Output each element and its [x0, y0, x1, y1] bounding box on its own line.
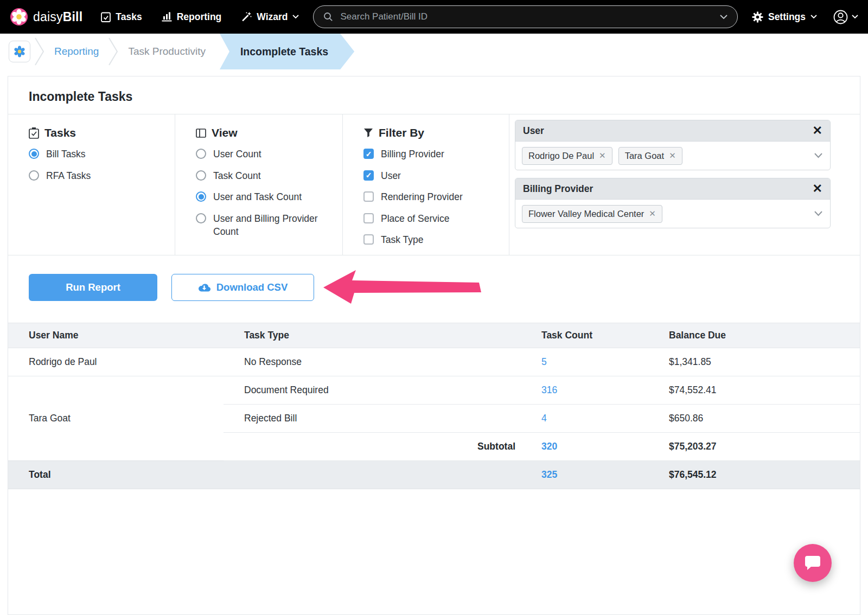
global-search[interactable]: [313, 5, 737, 28]
remove-tag-icon[interactable]: ✕: [649, 209, 656, 219]
columns-icon: [196, 129, 206, 138]
radio-icon: [196, 149, 206, 159]
clipboard-check-icon: [29, 127, 39, 139]
run-report-button[interactable]: Run Report: [29, 274, 157, 301]
checkbox-icon: [363, 170, 374, 181]
radio-user-count[interactable]: User Count: [196, 148, 323, 161]
radio-user-and-task-count[interactable]: User and Task Count: [196, 190, 323, 204]
checkbox-task-type[interactable]: Task Type: [363, 233, 491, 247]
billing-provider-filter-panel: Billing Provider ✕ Flower Valley Medical…: [515, 178, 831, 228]
cell-user-name: Tara Goat: [8, 376, 224, 460]
dropdown-chevron-icon[interactable]: [814, 211, 822, 216]
radio-user-and-billing-provider-count[interactable]: User and Billing Provider Count: [196, 212, 323, 239]
chevron-down-icon: [852, 15, 858, 19]
breadcrumb-reporting[interactable]: Reporting: [46, 46, 107, 57]
gear-icon: [752, 11, 763, 23]
main-content-card: Incomplete Tasks Tasks Bill Tasks: [8, 76, 860, 615]
checkbox-billing-provider[interactable]: Billing Provider: [363, 148, 491, 161]
filter-by-section-title: Filter By: [363, 126, 509, 139]
tasks-filter-column: Tasks Bill Tasks RFA Tasks: [8, 114, 175, 255]
filter-section: Tasks Bill Tasks RFA Tasks View: [8, 114, 860, 255]
checkbox-place-of-service[interactable]: Place of Service: [363, 212, 491, 226]
user-filter-panel: User ✕ Rodrigo De Paul ✕ Tara Goat ✕: [515, 120, 831, 170]
daisybill-mini-flower-icon: [13, 45, 26, 58]
breadcrumb-task-productivity[interactable]: Task Productivity: [119, 46, 214, 57]
table-row: Tara Goat Document Required 316 $74,552.…: [8, 376, 860, 404]
nav-menu: Tasks Reporting: [101, 11, 299, 23]
funnel-icon: [363, 128, 373, 138]
subtotal-label: Subtotal: [224, 432, 521, 460]
nav-account[interactable]: [833, 10, 858, 24]
breadcrumb-home[interactable]: [9, 41, 30, 62]
breadcrumb-separator-icon: [34, 37, 46, 66]
radio-bill-tasks[interactable]: Bill Tasks: [29, 148, 156, 161]
remove-user-filter-icon[interactable]: ✕: [813, 125, 822, 137]
table-header-row: User Name Task Type Task Count Balance D…: [8, 323, 860, 348]
clipboard-check-icon: [101, 11, 111, 22]
billing-provider-panel-title: Billing Provider: [523, 183, 593, 195]
daisybill-flower-icon: [10, 8, 28, 26]
remove-tag-icon[interactable]: ✕: [669, 151, 676, 161]
total-label: Total: [8, 460, 224, 489]
radio-icon: [196, 170, 206, 181]
nav-settings[interactable]: Settings: [752, 11, 817, 23]
subtotal-count-link[interactable]: 320: [541, 441, 557, 452]
col-header-task-count: Task Count: [521, 323, 648, 348]
cell-balance-due: $650.86: [648, 404, 860, 432]
task-count-link[interactable]: 316: [541, 385, 557, 395]
breadcrumb-separator-icon: [107, 37, 119, 66]
page-title: Incomplete Tasks: [8, 76, 860, 114]
radio-icon: [196, 191, 206, 202]
search-input[interactable]: [339, 11, 713, 23]
col-header-user-name: User Name: [8, 323, 224, 348]
download-csv-button[interactable]: Download CSV: [171, 274, 314, 301]
radio-rfa-tasks[interactable]: RFA Tasks: [29, 169, 156, 183]
total-row: Total 325 $76,545.12: [8, 460, 860, 489]
cell-task-type: No Response: [224, 348, 521, 376]
cell-task-type: Rejected Bill: [224, 404, 521, 432]
radio-icon: [29, 170, 39, 181]
checkbox-icon: [363, 191, 374, 202]
brand-name: daisyBill: [33, 10, 82, 24]
checkbox-rendering-provider[interactable]: Rendering Provider: [363, 190, 491, 204]
view-section-title: View: [196, 126, 342, 139]
radio-task-count[interactable]: Task Count: [196, 169, 323, 183]
total-count-link[interactable]: 325: [541, 469, 557, 480]
checkbox-icon: [363, 213, 374, 223]
dropdown-chevron-icon[interactable]: [814, 153, 822, 158]
user-tag: Rodrigo De Paul ✕: [522, 147, 612, 165]
tasks-section-title: Tasks: [29, 126, 175, 139]
checkbox-icon: [363, 149, 374, 159]
remove-tag-icon[interactable]: ✕: [599, 151, 606, 161]
billing-provider-select[interactable]: Flower Valley Medical Center ✕: [515, 200, 830, 228]
table-row: Rodrigo de Paul No Response 5 $1,341.85: [8, 348, 860, 376]
cell-user-name: Rodrigo de Paul: [8, 348, 224, 376]
chevron-down-icon: [810, 15, 817, 19]
search-icon: [323, 12, 333, 22]
radio-icon: [29, 149, 39, 159]
col-header-task-type: Task Type: [224, 323, 521, 348]
chevron-down-icon: [292, 15, 299, 19]
task-count-link[interactable]: 4: [541, 413, 547, 424]
billing-provider-tag: Flower Valley Medical Center ✕: [522, 205, 662, 223]
cell-task-type: Document Required: [224, 376, 521, 404]
actions-row: Run Report Download CSV: [8, 255, 860, 323]
filter-by-column: Filter By Billing Provider User Renderin…: [343, 114, 509, 255]
breadcrumb: Reporting Task Productivity Incomplete T…: [0, 34, 868, 69]
magic-wand-icon: [241, 11, 252, 22]
breadcrumb-incomplete-tasks[interactable]: Incomplete Tasks: [220, 34, 354, 69]
cell-balance-due: $1,341.85: [648, 348, 860, 376]
search-chevron-down-icon[interactable]: [720, 15, 727, 20]
nav-reporting[interactable]: Reporting: [162, 11, 222, 23]
chat-widget-button[interactable]: [794, 544, 832, 582]
nav-settings-label: Settings: [768, 11, 806, 23]
checkbox-user[interactable]: User: [363, 169, 491, 183]
user-filter-select[interactable]: Rodrigo De Paul ✕ Tara Goat ✕: [515, 142, 830, 170]
nav-tasks[interactable]: Tasks: [101, 11, 142, 23]
task-count-link[interactable]: 5: [541, 356, 547, 367]
brand-logo[interactable]: daisyBill: [10, 8, 82, 26]
nav-reporting-label: Reporting: [177, 11, 222, 23]
remove-billing-provider-filter-icon[interactable]: ✕: [813, 183, 822, 195]
nav-wizard[interactable]: Wizard: [241, 11, 299, 23]
cell-balance-due: $74,552.41: [648, 376, 860, 404]
